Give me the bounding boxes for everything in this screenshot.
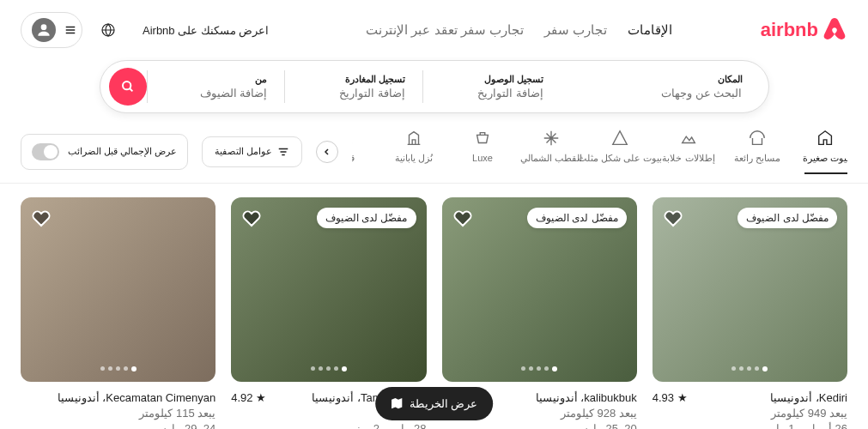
guest-favorite-badge: مفضّل لدى الضيوف: [527, 208, 627, 228]
listing-title: Kecamatan Cimenyan، أندونيسيا: [58, 390, 216, 406]
listing-title: kalibukbuk، أندونيسيا: [536, 390, 637, 406]
host-link[interactable]: اعرض مسكنك على Airbnb: [134, 15, 277, 45]
search-bar: المكان البحث عن وجهات تسجيل الوصول إضافة…: [100, 60, 769, 113]
heart-icon[interactable]: [31, 208, 52, 228]
header: airbnb الإقامات تجارب سفر تجارب سفر تعقد…: [0, 0, 868, 48]
guest-favorite-badge: مفضّل لدى الضيوف: [317, 208, 416, 228]
svg-point-2: [123, 82, 131, 89]
listing-image[interactable]: مفضّل لدى الضيوف: [653, 197, 847, 382]
listing-title: Kediri، أندونيسيا: [770, 390, 847, 406]
listing-dates: 24–29 مارس: [21, 421, 215, 429]
category-item[interactable]: بيوت على شكل مثلث: [598, 129, 641, 174]
search-checkout[interactable]: تسجيل المغادرة إضافة التواريخ: [284, 70, 422, 103]
carousel-dots: [311, 366, 347, 372]
tab-online[interactable]: تجارب سفر تعقد عبر الإنترنت: [366, 15, 524, 45]
heart-icon[interactable]: [452, 208, 473, 228]
search-checkin[interactable]: تسجيل الوصول إضافة التواريخ: [422, 70, 561, 103]
carousel-dots: [100, 366, 137, 372]
show-map-button[interactable]: عرض الخريطة: [375, 387, 494, 420]
listing-distance: يبعد 115 كيلومتر: [21, 406, 215, 421]
listing-dates: 28 مايو – 2 يونيو: [231, 421, 426, 429]
user-menu[interactable]: [21, 12, 82, 48]
category-item[interactable]: بيوت صغيرة: [804, 129, 847, 174]
category-list: بيوت صغيرةمسابح رائعةإطلالات خلابةبيوت ع…: [352, 129, 847, 174]
avatar: [32, 18, 56, 42]
heart-icon[interactable]: [663, 208, 683, 228]
carousel-dots: [731, 366, 768, 372]
chevron-left-icon[interactable]: [316, 141, 338, 163]
search-who[interactable]: من إضافة الضيوف: [147, 70, 285, 103]
categories-bar: بيوت صغيرةمسابح رائعةإطلالات خلابةبيوت ع…: [0, 113, 868, 184]
brand-text: airbnb: [761, 19, 818, 41]
category-item[interactable]: القطب الشمالي: [530, 129, 573, 174]
listing-dates: 20–25 مارس: [442, 421, 637, 429]
guest-favorite-badge: مفضّل لدى الضيوف: [737, 208, 837, 228]
carousel-dots: [521, 366, 557, 372]
logo[interactable]: airbnb: [761, 17, 847, 43]
tab-stays[interactable]: الإقامات: [628, 15, 672, 45]
category-item[interactable]: مسابح رائعة: [736, 129, 779, 174]
nav-tabs: الإقامات تجارب سفر تجارب سفر تعقد عبر ال…: [366, 15, 672, 45]
filters-button[interactable]: عوامل التصفية: [202, 136, 302, 167]
heart-icon[interactable]: [241, 208, 262, 228]
listing-rating: ★ 4.92: [231, 390, 266, 406]
toggle-switch[interactable]: [32, 143, 59, 160]
listing-image[interactable]: [21, 197, 215, 382]
listing-card[interactable]: Kecamatan Cimenyan، أندونيسيايبعد 115 كي…: [21, 197, 215, 429]
category-item[interactable]: إطلالات خلابة: [667, 129, 710, 174]
tax-toggle[interactable]: عرض الإجمالي قبل الضرائب: [21, 134, 188, 170]
category-item[interactable]: Luxe: [461, 129, 504, 174]
listing-dates: 26 أبريل – 1 مايو: [653, 421, 847, 429]
globe-icon[interactable]: [93, 15, 124, 45]
search-button[interactable]: [109, 68, 147, 106]
listing-distance: يبعد 949 كيلومتر: [653, 406, 847, 421]
listing-image[interactable]: مفضّل لدى الضيوف: [442, 197, 637, 382]
listing-image[interactable]: مفضّل لدى الضيوف: [231, 197, 426, 382]
listing-card[interactable]: مفضّل لدى الضيوفKediri، أندونيسيا★ 4.93ي…: [653, 197, 847, 429]
tab-experiences[interactable]: تجارب سفر: [544, 15, 607, 45]
svg-point-1: [41, 24, 47, 30]
search-where[interactable]: المكان البحث عن وجهات: [561, 70, 760, 103]
category-item[interactable]: قباب: [352, 129, 367, 174]
listing-rating: ★ 4.93: [653, 390, 688, 406]
category-item[interactable]: نُزل يابانية: [392, 129, 435, 174]
